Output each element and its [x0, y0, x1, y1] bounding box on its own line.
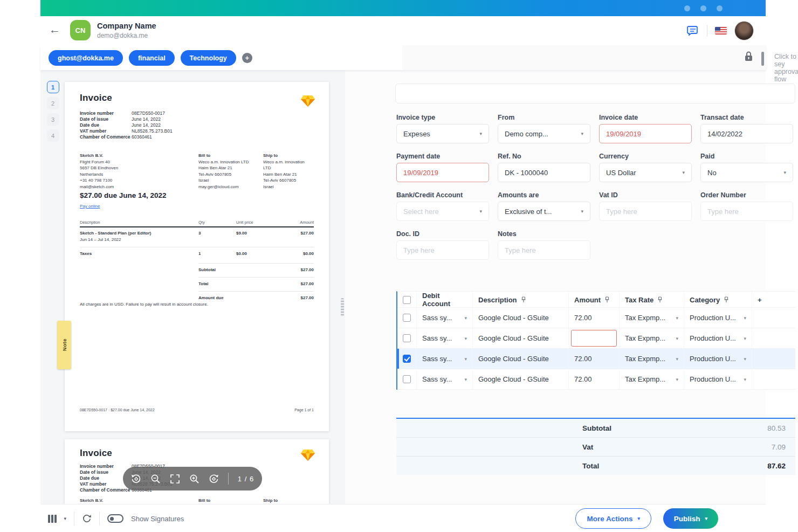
columns-layout-icon[interactable]: [48, 515, 57, 523]
tag-pill[interactable]: ghost@dokka.me: [49, 50, 123, 66]
paid-select[interactable]: No▾: [700, 163, 793, 182]
user-avatar[interactable]: [734, 21, 754, 40]
field-label: From: [498, 114, 590, 121]
page-nav-button[interactable]: 4: [47, 129, 59, 142]
show-signatures-toggle[interactable]: [107, 514, 123, 523]
tag-pill[interactable]: financial: [129, 50, 175, 66]
field-label: Transact date: [700, 114, 793, 121]
chat-icon[interactable]: [686, 25, 699, 37]
debit-account-cell[interactable]: Sass sy...▾: [417, 328, 473, 348]
field-label: Doc. ID: [396, 230, 489, 238]
payment-date-input[interactable]: 19/09/2019: [396, 163, 489, 182]
amount-cell-focused[interactable]: [569, 328, 620, 348]
row-checkbox[interactable]: [403, 375, 411, 383]
vat-id-input[interactable]: Type here: [599, 202, 692, 221]
item-unit: $0.00: [236, 251, 247, 256]
description-cell[interactable]: Google Cloud - GSuite: [473, 349, 569, 369]
row-checkbox[interactable]: [403, 314, 411, 322]
page-nav-button[interactable]: 2: [47, 97, 59, 109]
chevron-down-icon: ▾: [676, 356, 678, 362]
description-cell[interactable]: Google Cloud - GSuite: [473, 369, 569, 389]
invoice-type-select[interactable]: Expeses▾: [396, 124, 489, 143]
debit-account-cell[interactable]: Sass sy...▾: [417, 349, 473, 369]
pin-icon[interactable]: [521, 296, 526, 303]
footer-divider: [74, 512, 74, 526]
zoom-out-icon[interactable]: [150, 474, 161, 484]
pay-online-link[interactable]: Pay online: [80, 204, 100, 209]
approval-flow-placeholder[interactable]: Click to sey approval flow: [774, 53, 798, 83]
header-amount[interactable]: Amount: [569, 292, 620, 308]
category-cell[interactable]: Production U...▾: [684, 308, 752, 328]
from-select[interactable]: Demo comp...▾: [498, 124, 590, 143]
add-column-button[interactable]: +: [752, 292, 795, 308]
doc-id-input[interactable]: Type here: [396, 240, 489, 260]
amount-cell[interactable]: 72.00: [569, 369, 620, 389]
category-cell[interactable]: Production U...▾: [684, 328, 752, 348]
category-cell[interactable]: Production U...▾: [684, 369, 752, 389]
amounts-are-select[interactable]: Exclusive of t...▾: [498, 202, 590, 221]
tag-pill[interactable]: Technology: [181, 50, 236, 66]
document-title-input[interactable]: [395, 84, 795, 103]
header-tax-rate[interactable]: Tax Rate: [620, 292, 684, 308]
description-cell[interactable]: Google Cloud - GSuite: [473, 328, 569, 348]
refresh-icon[interactable]: [82, 514, 92, 523]
currency-select[interactable]: US Dollar▾: [599, 163, 692, 182]
header-category[interactable]: Category: [684, 292, 752, 308]
page-nav-button[interactable]: 1: [47, 81, 59, 93]
invoice-page-1[interactable]: Invoice Invoice number08E7D550-0017 Date…: [65, 82, 329, 431]
add-tag-button[interactable]: +: [242, 53, 252, 63]
bill-to-label: Bill to: [198, 498, 210, 504]
tag-list: ghost@dokka.me financial Technology +: [49, 50, 252, 66]
header-debit-account[interactable]: Debit Account: [417, 292, 473, 308]
debit-account-cell[interactable]: Sass sy...▾: [417, 308, 473, 328]
chevron-down-icon: ▾: [464, 356, 467, 362]
page-counter: 1 / 6: [238, 475, 254, 483]
back-arrow-icon[interactable]: ←: [49, 22, 60, 38]
amount-cell[interactable]: 72.00: [569, 308, 620, 328]
field-label: Ref. No: [498, 153, 590, 160]
debit-account-cell[interactable]: Sass sy...▾: [417, 369, 473, 389]
note-tab[interactable]: Note: [57, 321, 71, 369]
band-grip-handle[interactable]: [761, 52, 764, 66]
header-description[interactable]: Description: [473, 292, 569, 308]
select-all-checkbox[interactable]: [403, 296, 411, 304]
tax-rate-cell[interactable]: Tax Expmp...▾: [620, 349, 684, 369]
sketch-logo-icon: [301, 449, 315, 461]
publish-button[interactable]: Publish▾: [663, 508, 718, 529]
chevron-down-icon[interactable]: ▾: [64, 516, 67, 521]
pin-icon[interactable]: [724, 296, 729, 303]
description-cell[interactable]: Google Cloud - GSuite: [473, 308, 569, 328]
company-avatar[interactable]: CN: [70, 20, 91, 40]
line-row: Sass sy...▾ Google Cloud - GSuite 72.00 …: [397, 369, 795, 390]
approval-flow-bar[interactable]: Click to sey approval flow: [402, 45, 766, 70]
rotate-right-icon[interactable]: [209, 474, 219, 484]
language-flag-icon[interactable]: [715, 27, 727, 34]
transact-date-input[interactable]: 14/02/2022: [700, 124, 793, 143]
ref-no-input[interactable]: DK - 1000040: [498, 163, 590, 182]
invoice-meta-block: Invoice number08E7D550-0017 Date of issu…: [80, 110, 173, 140]
tax-rate-cell[interactable]: Tax Expmp...▾: [620, 308, 684, 328]
ship-to-address: Ship to Weco a.m. innovationLTD Haim Ben…: [263, 153, 322, 190]
category-cell[interactable]: Production U...▾: [684, 349, 752, 369]
notes-input[interactable]: Type here: [498, 240, 590, 260]
bank-account-select[interactable]: Select here▾: [396, 202, 489, 221]
item-qty: 3: [198, 231, 201, 236]
row-checkbox[interactable]: [403, 355, 411, 363]
amount-cell[interactable]: 72.00: [569, 349, 620, 369]
pane-splitter-handle[interactable]: [341, 298, 344, 316]
lock-icon[interactable]: [745, 51, 753, 61]
page-nav-button[interactable]: 3: [47, 113, 59, 126]
rotate-left-icon[interactable]: [131, 474, 141, 484]
pin-icon[interactable]: [604, 296, 610, 303]
invoice-date-input[interactable]: 19/09/2019: [599, 124, 692, 143]
vendor-name: Sketch B.V.: [80, 498, 103, 504]
zoom-in-icon[interactable]: [189, 474, 200, 484]
row-checkbox[interactable]: [403, 334, 411, 342]
fullscreen-icon[interactable]: [170, 474, 180, 484]
tax-rate-cell[interactable]: Tax Expmp...▾: [620, 328, 684, 348]
pin-icon[interactable]: [657, 296, 663, 303]
header-divider: [707, 25, 707, 37]
order-number-input[interactable]: Type here: [700, 202, 793, 221]
tax-rate-cell[interactable]: Tax Expmp...▾: [620, 369, 684, 389]
more-actions-button[interactable]: More Actions▾: [575, 508, 651, 529]
